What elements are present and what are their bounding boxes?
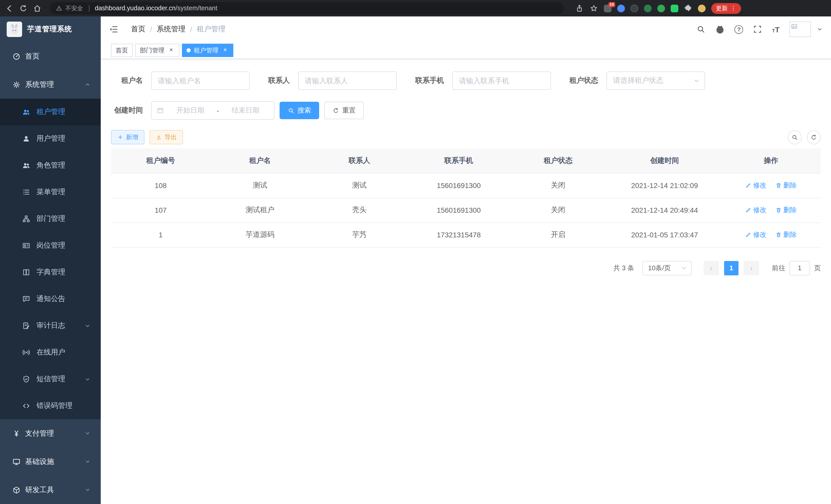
sidebar-item-post[interactable]: 岗位管理: [0, 232, 101, 259]
prev-page-button[interactable]: [704, 261, 719, 275]
goto-page: 前往 页: [772, 261, 821, 275]
toggle-search-button[interactable]: [788, 130, 802, 144]
sidebar-item-sms[interactable]: 短信管理: [0, 366, 101, 392]
address-bar[interactable]: 不安全 dashboard.yudao.iocoder.cn/system/te…: [50, 2, 564, 14]
sidebar-item-online-users[interactable]: 在线用户: [0, 339, 101, 366]
extension-icon[interactable]: [671, 4, 678, 12]
reload-icon[interactable]: [19, 4, 28, 12]
contact-input[interactable]: [298, 71, 397, 90]
menu-label: 用户管理: [36, 134, 65, 143]
avatar-caret-icon[interactable]: [816, 26, 823, 32]
sidebar-item-dict[interactable]: 字典管理: [0, 259, 101, 286]
close-icon[interactable]: [222, 47, 229, 54]
sidebar-item-notice[interactable]: 通知公告: [0, 286, 101, 313]
delete-link[interactable]: 删除: [775, 181, 797, 190]
cell-actions: 修改 删除: [721, 173, 821, 198]
sidebar-item-menu[interactable]: 菜单管理: [0, 179, 101, 206]
close-icon[interactable]: [168, 47, 175, 54]
user-icon: [22, 135, 30, 143]
dev-tools-icon: [12, 486, 21, 494]
breadcrumb: 首页 / 系统管理 / 租户管理: [131, 25, 226, 34]
github-icon[interactable]: [716, 25, 725, 34]
page-url: dashboard.yudao.iocoder.cn/system/tenant: [95, 5, 218, 12]
extension-icon[interactable]: [617, 4, 625, 12]
menu-label: 在线用户: [36, 348, 65, 357]
sidebar-item-system[interactable]: 系统管理: [0, 70, 101, 99]
tab-label: 首页: [116, 46, 128, 55]
next-page-button[interactable]: [744, 261, 759, 275]
pagination-total: 共 3 条: [613, 263, 634, 272]
search-button-label: 搜索: [297, 106, 311, 115]
sidebar-item-tenant[interactable]: 租户管理: [0, 99, 101, 125]
sidebar-item-infrastructure[interactable]: 基础设施: [0, 447, 101, 476]
refresh-button[interactable]: [807, 130, 821, 144]
search-icon[interactable]: [697, 25, 706, 34]
extension-icon[interactable]: [644, 4, 652, 12]
tab-label: 租户管理: [194, 46, 219, 55]
add-button[interactable]: 新增: [111, 130, 144, 144]
status-select[interactable]: 请选择租户状态: [606, 71, 705, 90]
extension-icon[interactable]: 10: [604, 4, 611, 12]
font-size-icon[interactable]: [772, 25, 780, 33]
app-logo[interactable]: 芋道管理系统: [0, 17, 101, 42]
edit-link[interactable]: 修改: [745, 181, 767, 190]
share-icon[interactable]: [575, 4, 584, 12]
export-button[interactable]: 导出: [149, 130, 183, 144]
page-size-select[interactable]: 10条/页: [642, 261, 692, 275]
not-secure-warning-icon: [56, 5, 62, 11]
sidebar-item-audit-log[interactable]: 审计日志: [0, 313, 101, 339]
cell-contact: 秃头: [310, 198, 409, 223]
sidebar-item-dept[interactable]: 部门管理: [0, 206, 101, 232]
home-icon[interactable]: [33, 4, 41, 12]
reset-button[interactable]: 重置: [324, 102, 364, 119]
delete-link[interactable]: 删除: [775, 230, 797, 239]
breadcrumb-home[interactable]: 首页: [131, 25, 145, 34]
breadcrumb-system[interactable]: 系统管理: [157, 25, 185, 34]
user-avatar[interactable]: [790, 22, 811, 37]
tab-tenant[interactable]: 租户管理: [182, 44, 233, 57]
back-icon[interactable]: [5, 4, 14, 12]
tenant-name-input[interactable]: [151, 71, 250, 90]
filter-row-2: 创建时间 开始日期 - 结束日期 搜索 重置: [111, 101, 821, 120]
chrome-update-button[interactable]: 更新: [711, 3, 741, 13]
tab-dept[interactable]: 部门管理: [135, 44, 179, 57]
cell-actions: 修改 删除: [721, 223, 821, 247]
extension-icon[interactable]: [657, 4, 665, 12]
browser-toolbar: 不安全 dashboard.yudao.iocoder.cn/system/te…: [0, 0, 831, 17]
page-number-button[interactable]: 1: [724, 261, 739, 275]
payment-yen-icon: [12, 429, 21, 438]
url-path: /system/tenant: [175, 5, 218, 12]
kebab-menu-icon[interactable]: [730, 5, 737, 12]
browser-actions: 10 更新: [575, 3, 741, 13]
sidebar-item-dev-tools[interactable]: 研发工具: [0, 476, 101, 504]
search-button[interactable]: 搜索: [280, 102, 319, 119]
sidebar-item-payment[interactable]: 支付管理: [0, 419, 101, 447]
fullscreen-icon[interactable]: [753, 25, 763, 34]
sidebar-item-role[interactable]: 角色管理: [0, 152, 101, 179]
phone-input[interactable]: [452, 71, 551, 90]
sidebar-item-error-code[interactable]: 错误码管理: [0, 392, 101, 419]
cell-tenant-name: 测试租户: [210, 198, 310, 223]
dashboard-icon: [12, 52, 21, 60]
sidebar-item-user[interactable]: 用户管理: [0, 125, 101, 152]
table-header-row: 租户编号 租户名 联系人 联系手机 租户状态 创建时间 操作: [111, 148, 821, 173]
help-question-icon[interactable]: ?: [735, 25, 743, 34]
goto-page-input[interactable]: [790, 261, 810, 275]
sidebar-toggle-icon[interactable]: [109, 25, 118, 34]
page-size-value: 10条/页: [648, 263, 671, 272]
col-tenant-id: 租户编号: [111, 148, 210, 173]
extensions-puzzle-icon[interactable]: [684, 4, 692, 12]
extension-icon[interactable]: [631, 4, 638, 12]
date-range-picker[interactable]: 开始日期 - 结束日期: [151, 101, 275, 120]
sidebar-item-home[interactable]: 首页: [0, 42, 101, 70]
cell-tenant-name: 芋道源码: [210, 223, 310, 247]
trash-icon: [775, 232, 782, 238]
bookmark-star-icon[interactable]: [590, 4, 598, 12]
profile-avatar-icon[interactable]: [698, 4, 706, 12]
pagination: 共 3 条 10条/页 1 前往 页: [111, 261, 821, 275]
delete-link[interactable]: 删除: [775, 206, 797, 215]
edit-link[interactable]: 修改: [745, 230, 767, 239]
edit-link[interactable]: 修改: [745, 206, 767, 215]
col-status: 租户状态: [509, 148, 608, 173]
tab-home[interactable]: 首页: [111, 44, 133, 57]
